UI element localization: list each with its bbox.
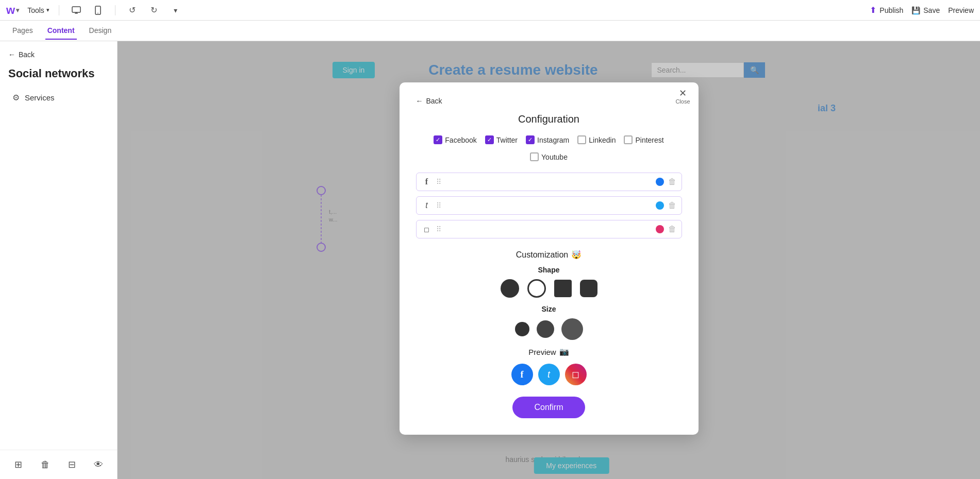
instagram-url-input[interactable]	[445, 225, 652, 233]
size-small-btn[interactable]	[515, 322, 529, 336]
close-x-icon: ✕	[679, 89, 687, 98]
checkbox-twitter[interactable]: Twitter	[485, 135, 518, 144]
facebook-label: Facebook	[445, 136, 476, 144]
configuration-modal: ✕ Close ← Back Configuration Facebook	[400, 82, 699, 435]
sidebar: ← Back Social networks ⚙ Services ⊞ 🗑 ⊟ …	[0, 41, 118, 479]
tab-design[interactable]: Design	[87, 22, 114, 40]
sidebar-item-services-label: Services	[25, 93, 55, 102]
twitter-label: Twitter	[496, 136, 518, 144]
save-button[interactable]: 💾 Save	[911, 6, 940, 14]
instagram-color-picker[interactable]	[656, 225, 664, 233]
sub-toolbar: Pages Content Design	[0, 21, 980, 41]
checkbox-facebook[interactable]: Facebook	[434, 135, 476, 144]
customization-title: Customization	[516, 250, 568, 260]
preview-button[interactable]: Preview	[948, 6, 974, 14]
tools-menu[interactable]: Tools ▾	[27, 6, 49, 14]
linkedin-checkbox-box[interactable]	[577, 135, 586, 144]
logo[interactable]: w ▾	[6, 4, 19, 17]
instagram-row-drag-icon[interactable]: ⠿	[436, 225, 441, 233]
tab-design-label: Design	[89, 26, 112, 35]
shape-circle-alt-btn[interactable]	[580, 280, 597, 297]
redo-btn[interactable]: ↻	[146, 3, 162, 18]
facebook-checkbox-box[interactable]	[434, 135, 442, 144]
facebook-row: f ⠿ 🗑	[416, 173, 682, 191]
undo-icon: ↺	[129, 5, 136, 15]
sidebar-back-label: Back	[19, 50, 35, 59]
size-title: Size	[416, 305, 682, 313]
add-icon: ⊞	[14, 459, 22, 470]
pinterest-label: Pinterest	[635, 136, 663, 144]
publish-icon: ⬆	[870, 5, 876, 15]
shape-title: Shape	[416, 266, 682, 274]
tools-label: Tools	[27, 6, 44, 14]
facebook-color-picker[interactable]	[656, 178, 664, 186]
confirm-label: Confirm	[534, 403, 563, 412]
twitter-checkbox-box[interactable]	[485, 135, 494, 144]
shape-circle-outline-btn[interactable]	[527, 279, 546, 298]
preview-ig-letter: ◻	[572, 369, 579, 380]
device-mobile-btn[interactable]	[90, 3, 106, 18]
more-btn[interactable]: ▾	[168, 3, 184, 18]
layers-btn[interactable]: ⊟	[62, 455, 81, 474]
preview-twitter-icon[interactable]: t	[538, 364, 560, 385]
twitter-delete-btn[interactable]: 🗑	[668, 201, 676, 210]
pinterest-checkbox-box[interactable]	[624, 135, 633, 144]
tools-chevron-icon: ▾	[46, 7, 49, 13]
preview-instagram-icon[interactable]: ◻	[565, 364, 587, 385]
device-desktop-btn[interactable]	[69, 3, 84, 18]
confirm-button[interactable]: Confirm	[512, 397, 585, 418]
facebook-url-input[interactable]	[445, 178, 652, 186]
size-medium-btn[interactable]	[537, 320, 554, 338]
customization-section: Customization 🤯	[416, 250, 682, 260]
publish-label: Publish	[879, 6, 903, 14]
delete-component-btn[interactable]: 🗑	[36, 455, 55, 474]
trash-icon: 🗑	[41, 459, 50, 470]
logo-w: w	[6, 4, 15, 17]
checkbox-youtube[interactable]: Youtube	[530, 152, 568, 161]
facebook-row-drag-icon[interactable]: ⠿	[436, 178, 441, 186]
modal-back-label: Back	[426, 97, 442, 105]
twitter-color-picker[interactable]	[656, 201, 664, 210]
youtube-label: Youtube	[541, 153, 568, 161]
checkbox-instagram[interactable]: Instagram	[526, 135, 569, 144]
instagram-delete-btn[interactable]: 🗑	[668, 225, 676, 234]
redo-icon: ↻	[151, 5, 157, 15]
visibility-btn[interactable]: 👁	[89, 455, 108, 474]
mobile-icon	[95, 6, 101, 15]
logo-dropdown-icon[interactable]: ▾	[16, 7, 19, 14]
youtube-checkbox-box[interactable]	[530, 152, 539, 161]
toolbar-right: ⬆ Publish 💾 Save Preview	[870, 5, 974, 15]
instagram-label: Instagram	[537, 136, 569, 144]
toolbar-sep-2	[115, 5, 115, 15]
shape-circle-filled-btn[interactable]	[501, 279, 519, 298]
social-rows-list: f ⠿ 🗑 t ⠿ 🗑	[416, 173, 682, 238]
facebook-row-icon: f	[422, 177, 432, 186]
twitter-row-drag-icon[interactable]: ⠿	[436, 201, 441, 210]
instagram-checkbox-box[interactable]	[526, 135, 535, 144]
svg-rect-1	[75, 13, 78, 14]
publish-button[interactable]: ⬆ Publish	[870, 5, 903, 15]
preview-facebook-icon[interactable]: f	[511, 364, 533, 385]
twitter-url-input[interactable]	[445, 201, 652, 210]
tab-pages[interactable]: Pages	[10, 22, 35, 40]
checkbox-linkedin[interactable]: Linkedin	[577, 135, 616, 144]
canvas-area: Sign in Create a resume website 🔍 ial 3 …	[118, 41, 980, 479]
back-arrow-icon: ←	[8, 50, 15, 59]
undo-btn[interactable]: ↺	[125, 3, 140, 18]
sidebar-bottom-bar: ⊞ 🗑 ⊟ 👁	[0, 450, 117, 479]
shape-square-filled-btn[interactable]	[554, 280, 572, 297]
tab-content[interactable]: Content	[45, 22, 77, 40]
facebook-delete-btn[interactable]: 🗑	[668, 177, 676, 186]
eye-icon: 👁	[94, 459, 103, 470]
sidebar-back-btn[interactable]: ← Back	[0, 47, 117, 62]
checkbox-pinterest[interactable]: Pinterest	[624, 135, 663, 144]
modal-close-btn[interactable]: ✕ Close	[675, 89, 690, 105]
services-icon: ⚙	[12, 93, 20, 102]
preview-section: Preview 📷	[416, 347, 682, 356]
twitter-row: t ⠿ 🗑	[416, 196, 682, 215]
linkedin-label: Linkedin	[589, 136, 616, 144]
size-large-btn[interactable]	[561, 318, 583, 340]
sidebar-item-services[interactable]: ⚙ Services	[4, 88, 113, 108]
add-component-btn[interactable]: ⊞	[9, 455, 28, 474]
modal-back-btn[interactable]: ← Back	[416, 97, 682, 105]
